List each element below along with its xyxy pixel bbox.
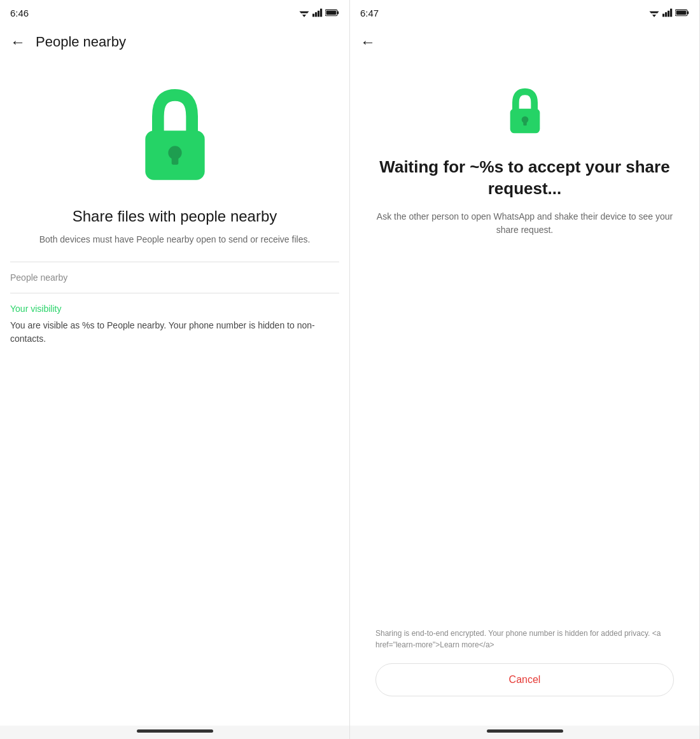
home-indicator-right [487, 729, 563, 733]
privacy-note: Sharing is end-to-end encrypted. Your ph… [365, 628, 684, 663]
signal-icon-right [662, 8, 673, 17]
svg-rect-9 [326, 11, 337, 15]
page-title-left: People nearby [36, 34, 126, 50]
bottom-section-right: Sharing is end-to-end encrypted. Your ph… [365, 628, 684, 726]
top-bar-left: ← People nearby [0, 23, 349, 61]
right-content: Waiting for ~%s to accept your share req… [350, 61, 699, 726]
svg-rect-16 [662, 14, 664, 17]
bottom-bar-right [350, 726, 699, 739]
cancel-button[interactable]: Cancel [375, 663, 674, 696]
right-screen: 6:47 ← [350, 0, 700, 739]
section-label-people: People nearby [0, 262, 349, 293]
status-icons-left [298, 8, 339, 17]
svg-rect-8 [337, 11, 339, 15]
svg-rect-25 [523, 120, 526, 125]
svg-rect-21 [687, 11, 689, 15]
status-icons-right [648, 8, 689, 17]
status-time-left: 6:46 [10, 8, 29, 18]
svg-rect-6 [320, 9, 322, 17]
status-time-right: 6:47 [360, 8, 379, 18]
home-indicator-left [137, 729, 213, 733]
svg-rect-4 [315, 12, 317, 17]
svg-rect-18 [668, 11, 669, 17]
lock-icon-large [124, 87, 226, 188]
visibility-text: You are visible as %s to People nearby. … [0, 319, 349, 356]
battery-icon [325, 8, 339, 17]
svg-rect-17 [665, 12, 667, 17]
lock-svg-large [124, 87, 226, 188]
status-bar-right: 6:47 [350, 0, 699, 23]
battery-icon-right [675, 8, 689, 17]
svg-rect-12 [171, 153, 178, 165]
svg-marker-15 [652, 15, 656, 17]
top-bar-right: ← [350, 23, 699, 61]
svg-rect-5 [318, 11, 319, 17]
lock-icon-right [365, 87, 684, 137]
svg-rect-19 [670, 9, 672, 17]
left-screen: 6:46 ← People nearby [0, 0, 350, 739]
share-title: Share files with people nearby [0, 208, 349, 225]
wifi-icon [298, 8, 310, 17]
screen-content-left: Share files with people nearby Both devi… [0, 61, 349, 726]
share-subtitle: Both devices must have People nearby ope… [0, 233, 349, 246]
svg-rect-22 [676, 11, 687, 15]
waiting-title: Waiting for ~%s to accept your share req… [365, 157, 684, 200]
svg-marker-2 [302, 15, 306, 17]
back-button-left[interactable]: ← [10, 34, 25, 50]
signal-icon [312, 8, 323, 17]
wifi-icon-right [648, 8, 660, 17]
svg-rect-3 [312, 14, 314, 17]
waiting-subtitle: Ask the other person to open WhatsApp an… [365, 210, 684, 237]
back-button-right[interactable]: ← [360, 34, 375, 50]
visibility-label: Your visibility [0, 293, 349, 319]
status-bar-left: 6:46 [0, 0, 349, 23]
bottom-bar-left [0, 726, 349, 739]
lock-svg-small [500, 87, 550, 137]
